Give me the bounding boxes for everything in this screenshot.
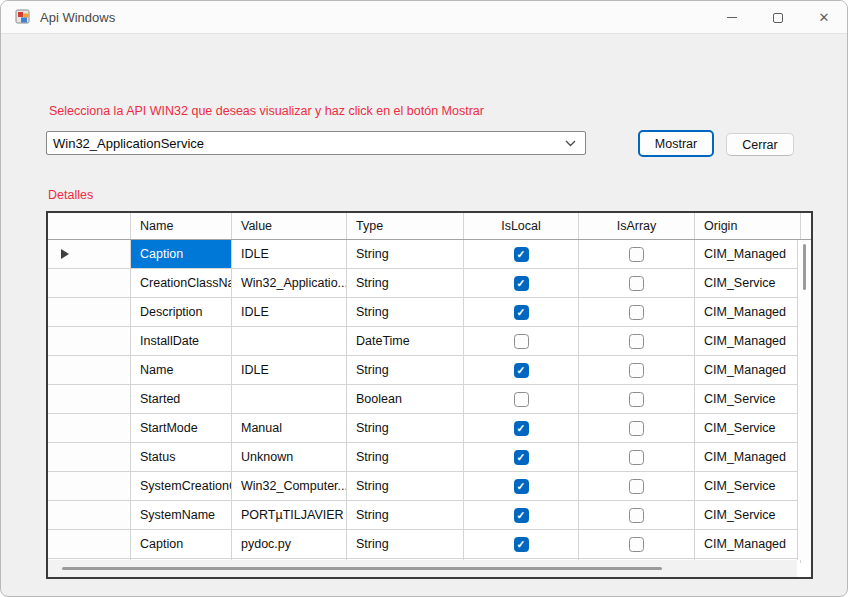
table-row[interactable]: InstallDateDateTimeCIM_Managed xyxy=(48,327,811,356)
cell-name[interactable]: Description xyxy=(131,298,232,326)
maximize-button[interactable] xyxy=(755,1,801,34)
islocal-checkbox[interactable] xyxy=(514,537,529,552)
cell-type[interactable]: Boolean xyxy=(347,385,464,413)
isarray-checkbox[interactable] xyxy=(629,305,644,320)
row-header-cell[interactable] xyxy=(48,501,131,529)
isarray-checkbox-cell[interactable] xyxy=(579,472,695,500)
row-header-cell[interactable] xyxy=(48,240,131,268)
islocal-checkbox-cell[interactable] xyxy=(464,443,579,471)
header-type[interactable]: Type xyxy=(347,213,464,239)
isarray-checkbox-cell[interactable] xyxy=(579,443,695,471)
row-header-cell[interactable] xyxy=(48,356,131,384)
isarray-checkbox[interactable] xyxy=(629,508,644,523)
cell-value[interactable]: Win32_Computer... xyxy=(232,472,347,500)
cell-name[interactable]: Caption xyxy=(131,240,232,268)
cell-name[interactable]: Caption xyxy=(131,530,232,558)
cell-type[interactable]: String xyxy=(347,298,464,326)
cell-origin[interactable]: CIM_Managed xyxy=(695,240,801,268)
table-row[interactable]: NameIDLEStringCIM_Managed xyxy=(48,356,811,385)
row-header-cell[interactable] xyxy=(48,385,131,413)
isarray-checkbox[interactable] xyxy=(629,450,644,465)
islocal-checkbox-cell[interactable] xyxy=(464,472,579,500)
row-header-cell[interactable] xyxy=(48,269,131,297)
cell-value[interactable]: PORTµTILJAVIER xyxy=(232,501,347,529)
cell-type[interactable]: String xyxy=(347,472,464,500)
cell-value[interactable] xyxy=(232,327,347,355)
cell-value[interactable]: Win32_Applicatio... xyxy=(232,269,347,297)
islocal-checkbox-cell[interactable] xyxy=(464,530,579,558)
isarray-checkbox[interactable] xyxy=(629,392,644,407)
row-header-cell[interactable] xyxy=(48,298,131,326)
table-row[interactable]: CreationClassNameWin32_Applicatio...Stri… xyxy=(48,269,811,298)
cell-type[interactable]: String xyxy=(347,414,464,442)
cell-origin[interactable]: CIM_Managed xyxy=(695,327,801,355)
isarray-checkbox[interactable] xyxy=(629,276,644,291)
isarray-checkbox[interactable] xyxy=(629,247,644,262)
header-isarray[interactable]: IsArray xyxy=(579,213,695,239)
islocal-checkbox[interactable] xyxy=(514,363,529,378)
table-row[interactable]: StatusUnknownStringCIM_Managed xyxy=(48,443,811,472)
islocal-checkbox[interactable] xyxy=(514,247,529,262)
cell-origin[interactable]: CIM_Managed xyxy=(695,298,801,326)
cell-origin[interactable]: CIM_Service xyxy=(695,501,801,529)
isarray-checkbox-cell[interactable] xyxy=(579,530,695,558)
table-row[interactable]: SystemNamePORTµTILJAVIERStringCIM_Servic… xyxy=(48,501,811,530)
mostrar-button[interactable]: Mostrar xyxy=(638,130,714,157)
cell-name[interactable]: StartMode xyxy=(131,414,232,442)
cell-type[interactable]: String xyxy=(347,530,464,558)
cell-name[interactable]: SystemName xyxy=(131,501,232,529)
cell-name[interactable]: SystemCreationCl... xyxy=(131,472,232,500)
vertical-scrollbar-thumb[interactable] xyxy=(803,244,806,290)
header-name[interactable]: Name xyxy=(131,213,232,239)
table-row[interactable]: StartModeManualStringCIM_Service xyxy=(48,414,811,443)
close-button[interactable]: ✕ xyxy=(801,1,847,34)
cell-origin[interactable]: CIM_Service xyxy=(695,414,801,442)
api-combobox[interactable]: Win32_ApplicationService xyxy=(46,131,586,155)
cell-name[interactable]: Status xyxy=(131,443,232,471)
islocal-checkbox[interactable] xyxy=(514,421,529,436)
vertical-scrollbar[interactable] xyxy=(797,240,811,560)
header-row-selector[interactable] xyxy=(48,213,131,239)
isarray-checkbox-cell[interactable] xyxy=(579,240,695,268)
islocal-checkbox-cell[interactable] xyxy=(464,385,579,413)
cell-type[interactable]: String xyxy=(347,501,464,529)
cell-name[interactable]: CreationClassName xyxy=(131,269,232,297)
header-islocal[interactable]: IsLocal xyxy=(464,213,579,239)
islocal-checkbox-cell[interactable] xyxy=(464,356,579,384)
islocal-checkbox[interactable] xyxy=(514,305,529,320)
cell-origin[interactable]: CIM_Managed xyxy=(695,530,801,558)
cell-name[interactable]: Name xyxy=(131,356,232,384)
cell-origin[interactable]: CIM_Service xyxy=(695,269,801,297)
islocal-checkbox[interactable] xyxy=(514,508,529,523)
cell-origin[interactable]: CIM_Service xyxy=(695,472,801,500)
cell-name[interactable]: InstallDate xyxy=(131,327,232,355)
isarray-checkbox-cell[interactable] xyxy=(579,385,695,413)
isarray-checkbox[interactable] xyxy=(629,537,644,552)
isarray-checkbox[interactable] xyxy=(629,479,644,494)
islocal-checkbox[interactable] xyxy=(514,334,529,349)
row-header-cell[interactable] xyxy=(48,327,131,355)
cell-value[interactable]: Manual xyxy=(232,414,347,442)
cell-value[interactable]: IDLE xyxy=(232,240,347,268)
header-value[interactable]: Value xyxy=(232,213,347,239)
isarray-checkbox[interactable] xyxy=(629,334,644,349)
cell-type[interactable]: String xyxy=(347,240,464,268)
cell-type[interactable]: String xyxy=(347,269,464,297)
cell-value[interactable]: IDLE xyxy=(232,356,347,384)
islocal-checkbox-cell[interactable] xyxy=(464,298,579,326)
horizontal-scrollbar[interactable] xyxy=(48,560,797,577)
isarray-checkbox[interactable] xyxy=(629,363,644,378)
cell-name[interactable]: Started xyxy=(131,385,232,413)
islocal-checkbox[interactable] xyxy=(514,450,529,465)
horizontal-scrollbar-thumb[interactable] xyxy=(62,567,662,570)
islocal-checkbox-cell[interactable] xyxy=(464,414,579,442)
cell-origin[interactable]: CIM_Managed xyxy=(695,443,801,471)
isarray-checkbox-cell[interactable] xyxy=(579,269,695,297)
header-origin[interactable]: Origin xyxy=(695,213,801,239)
isarray-checkbox-cell[interactable] xyxy=(579,501,695,529)
cell-value[interactable] xyxy=(232,385,347,413)
islocal-checkbox-cell[interactable] xyxy=(464,327,579,355)
islocal-checkbox-cell[interactable] xyxy=(464,501,579,529)
islocal-checkbox[interactable] xyxy=(514,479,529,494)
islocal-checkbox-cell[interactable] xyxy=(464,240,579,268)
